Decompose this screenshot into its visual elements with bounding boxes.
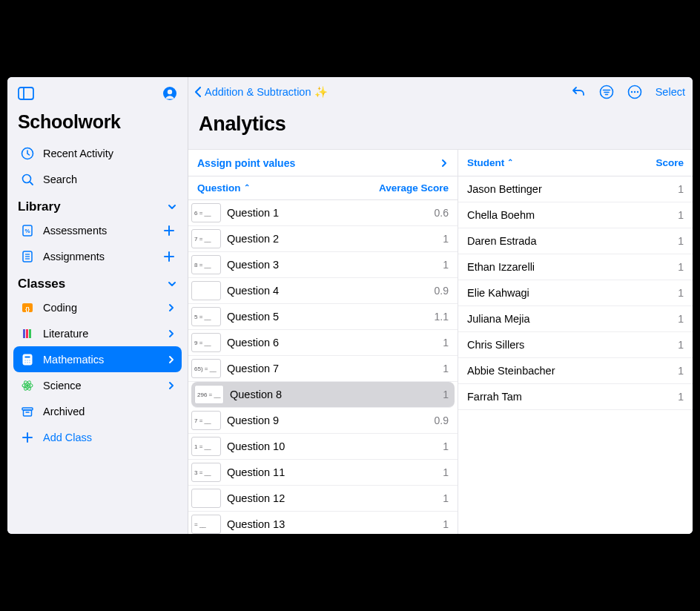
avg-score-header-label: Average Score <box>379 182 449 194</box>
sidebar-item-assessments[interactable]: % Assessments <box>13 217 182 243</box>
student-row[interactable]: Elie Kahwagi1 <box>458 280 693 306</box>
sidebar-item-recent-activity[interactable]: Recent Activity <box>13 140 182 166</box>
svg-point-39 <box>633 91 635 93</box>
sidebar-item-class-science[interactable]: Science <box>13 372 182 398</box>
question-label: Question 9 <box>227 415 435 426</box>
question-row[interactable]: 3 = __Question 111 <box>188 460 458 486</box>
list-doc-icon <box>19 250 36 263</box>
back-button[interactable]: Addition & Subtraction ✨ <box>193 85 328 99</box>
question-thumbnail <box>191 489 221 508</box>
filter-icon[interactable] <box>599 85 614 99</box>
student-row[interactable]: Abbie Steinbacher1 <box>458 358 693 384</box>
back-label: Addition & Subtraction ✨ <box>205 86 328 99</box>
student-score: 1 <box>678 261 684 273</box>
questions-column-header[interactable]: Question ⌃ Average Score <box>188 176 458 200</box>
sidebar-section-classes[interactable]: Classes <box>7 269 188 294</box>
account-icon[interactable] <box>162 86 177 101</box>
undo-icon[interactable] <box>571 85 586 99</box>
question-row[interactable]: 7 = __Question 90.9 <box>188 408 458 434</box>
svg-rect-16 <box>26 329 28 338</box>
sidebar-toggle-icon[interactable] <box>18 87 34 100</box>
sort-asc-icon: ⌃ <box>244 183 250 191</box>
question-thumbnail: 5 = __ <box>191 307 221 326</box>
svg-point-40 <box>636 91 638 93</box>
plus-icon <box>19 431 36 444</box>
question-thumbnail: 7 = __ <box>191 411 221 430</box>
student-row[interactable]: Daren Estrada1 <box>458 228 693 254</box>
students-panel: Student ⌃ Score Jason Bettinger1Chella B… <box>458 150 693 534</box>
question-score: 1 <box>443 259 449 271</box>
svg-point-3 <box>168 90 172 94</box>
question-thumbnail: 6 = __ <box>191 203 221 222</box>
student-row[interactable]: Juliana Mejia1 <box>458 306 693 332</box>
chevron-down-icon <box>167 202 177 212</box>
student-score: 1 <box>678 339 684 351</box>
question-score: 0.9 <box>435 415 449 426</box>
question-row[interactable]: 6 = __Question 10.6 <box>188 200 458 226</box>
sidebar-item-archived[interactable]: Archived <box>13 398 182 424</box>
main-toolbar: Addition & Subtraction ✨ Select <box>188 77 693 102</box>
student-score: 1 <box>678 183 684 195</box>
question-label: Question 3 <box>227 259 443 271</box>
chevron-right-icon <box>167 381 176 390</box>
question-thumbnail: 8 = __ <box>191 255 221 274</box>
sidebar-item-class-mathematics[interactable]: Mathematics <box>13 346 182 372</box>
question-row[interactable]: Question 121 <box>188 486 458 512</box>
student-name: Jason Bettinger <box>467 183 678 195</box>
student-row[interactable]: Chella Boehm1 <box>458 202 693 228</box>
question-row[interactable]: 7 = __Question 21 <box>188 226 458 252</box>
svg-point-23 <box>24 362 26 363</box>
question-row[interactable]: 1 = __Question 101 <box>188 434 458 460</box>
sidebar-item-label: Recent Activity <box>43 148 113 159</box>
sidebar-item-class-coding[interactable]: {} Coding <box>13 294 182 320</box>
question-score: 1.1 <box>435 311 449 323</box>
svg-rect-19 <box>24 356 30 358</box>
question-row[interactable]: 65) = __Question 71 <box>188 356 458 382</box>
question-row[interactable]: 9 = __Question 61 <box>188 330 458 356</box>
sidebar-item-class-literature[interactable]: Literature <box>13 320 182 346</box>
student-row[interactable]: Ethan Izzarelli1 <box>458 254 693 280</box>
chevron-right-icon <box>167 303 176 312</box>
sort-asc-icon: ⌃ <box>507 158 513 166</box>
question-row[interactable]: 5 = __Question 51.1 <box>188 304 458 330</box>
score-header-label: Score <box>656 157 684 168</box>
select-button[interactable]: Select <box>656 86 685 98</box>
question-score: 1 <box>443 363 449 374</box>
question-row[interactable]: = __Question 131 <box>188 512 458 534</box>
sidebar-item-label: Add Class <box>43 432 92 443</box>
chevron-right-icon <box>167 355 176 364</box>
sidebar-item-add-class[interactable]: Add Class <box>13 424 182 450</box>
question-label: Question 12 <box>227 492 443 504</box>
chevron-right-icon <box>440 159 449 168</box>
svg-point-24 <box>27 362 28 363</box>
more-icon[interactable] <box>627 85 642 99</box>
question-label: Question 10 <box>227 440 443 452</box>
calculator-icon <box>19 353 36 366</box>
students-column-header[interactable]: Student ⌃ Score <box>458 150 693 176</box>
assign-point-values-button[interactable]: Assign point values <box>188 150 458 176</box>
student-name: Juliana Mejia <box>467 313 678 325</box>
question-header-label: Question <box>197 182 241 194</box>
questions-panel: Assign point values Question ⌃ Average S… <box>188 150 458 534</box>
student-row[interactable]: Chris Sillers1 <box>458 332 693 358</box>
question-label: Question 13 <box>227 518 443 530</box>
sidebar-item-label: Mathematics <box>43 354 104 366</box>
plus-icon[interactable] <box>162 250 176 263</box>
student-score: 1 <box>678 287 684 299</box>
plus-icon[interactable] <box>162 224 176 237</box>
question-thumbnail: 65) = __ <box>191 359 221 378</box>
svg-point-26 <box>26 384 29 387</box>
sidebar-item-search[interactable]: Search <box>13 166 182 192</box>
student-row[interactable]: Farrah Tam1 <box>458 384 693 410</box>
sidebar-item-assignments[interactable]: Assignments <box>13 243 182 269</box>
sidebar-item-label: Search <box>43 174 77 185</box>
question-score: 1 <box>443 440 449 452</box>
question-row[interactable]: 296 = __Question 81 <box>191 382 455 408</box>
sidebar-section-library[interactable]: Library <box>7 192 188 217</box>
svg-rect-17 <box>29 329 31 338</box>
question-row[interactable]: 8 = __Question 31 <box>188 252 458 278</box>
question-thumbnail <box>191 281 221 300</box>
code-icon: {} <box>19 301 36 314</box>
question-row[interactable]: Question 40.9 <box>188 278 458 304</box>
student-row[interactable]: Jason Bettinger1 <box>458 176 693 202</box>
